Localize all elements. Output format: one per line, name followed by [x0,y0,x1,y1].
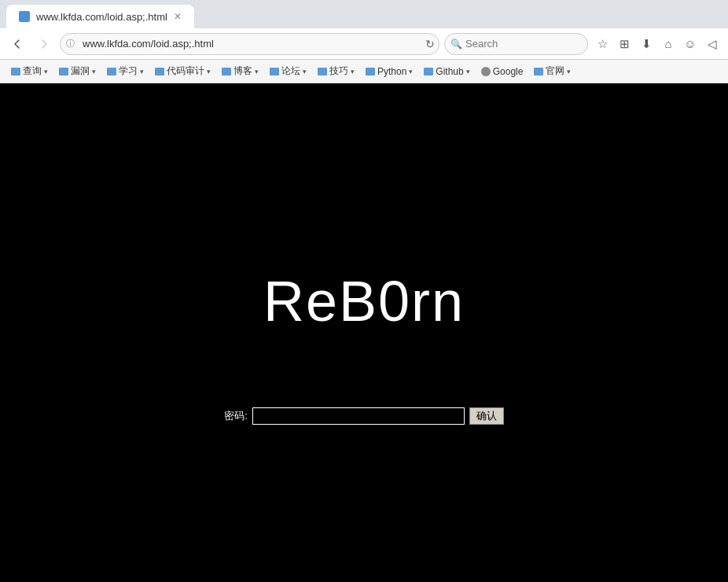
chevron-down-icon: ▾ [351,68,355,76]
browser-chrome: www.lkfda.com/loid.asp;.html ✕ ⓘ ↻ 🔍 [0,0,728,83]
bookmark-item-daimashenshen[interactable]: 代码审计 ▾ [150,62,215,80]
pocket-button[interactable]: ◁ [703,35,722,53]
bookmark-label: 漏洞 [71,64,90,78]
folder-icon [222,68,231,76]
bookmark-label: 论坛 [281,64,300,78]
bookmark-label: Github [436,66,463,77]
forward-button[interactable] [33,33,55,55]
bookmark-item-guanwang[interactable]: 官网 ▾ [529,62,575,80]
chevron-down-icon: ▾ [92,68,96,76]
page-title: ReB0rn [263,269,465,333]
confirm-button[interactable]: 确认 [469,407,504,425]
folder-icon [318,68,327,76]
chevron-down-icon: ▾ [567,68,571,76]
folder-icon [59,68,68,76]
chevron-down-icon: ▾ [140,68,144,76]
chevron-down-icon: ▾ [44,68,48,76]
password-label: 密码: [224,409,248,423]
chevron-down-icon: ▾ [466,68,470,76]
bookmark-item-loudong[interactable]: 漏洞 ▾ [54,62,101,80]
download-button[interactable]: ⬇ [637,35,656,53]
url-input[interactable] [60,33,439,55]
search-wrapper: 🔍 [444,33,588,55]
bookmark-item-jiqiao[interactable]: 技巧 ▾ [313,62,359,80]
back-button[interactable] [6,33,28,55]
globe-icon [481,67,491,76]
bookmark-item-xuexi[interactable]: 学习 ▾ [102,62,149,80]
bookmark-label: Google [493,66,524,77]
password-input[interactable] [252,407,465,425]
tab-bar: www.lkfda.com/loid.asp;.html ✕ [0,0,728,28]
chevron-down-icon: ▾ [409,68,413,76]
url-bar-wrapper: ⓘ ↻ [60,33,439,55]
chevron-down-icon: ▾ [255,68,259,76]
folder-icon [155,68,164,76]
folder-icon [270,68,279,76]
bookmark-item-boke[interactable]: 博客 ▾ [217,62,263,80]
chevron-down-icon: ▾ [207,68,211,76]
page-content: ReB0rn 密码: 确认 [0,83,728,582]
folder-icon [534,68,543,76]
address-bar: ⓘ ↻ 🔍 ☆ ⊞ ⬇ ⌂ ☺ ◁ [0,28,728,60]
bookmark-item-chaxun[interactable]: 查询 ▾ [6,62,53,80]
bookmark-item-python[interactable]: Python ▾ [361,64,417,79]
bookmark-item-github[interactable]: Github ▾ [419,64,474,79]
tab-close-button[interactable]: ✕ [174,11,182,22]
folder-icon [107,68,116,76]
bookmark-item-google[interactable]: Google [476,64,528,79]
password-form: 密码: 确认 [224,407,504,425]
home-button[interactable]: ⌂ [659,35,678,53]
reader-view-button[interactable]: ⊞ [615,35,634,53]
bookmark-label: 学习 [119,64,138,78]
bookmark-label: 代码审计 [167,64,204,78]
reload-button[interactable]: ↻ [425,38,435,50]
folder-icon [11,68,20,76]
chevron-down-icon: ▾ [303,68,307,76]
search-input[interactable] [444,33,588,55]
bookmark-label: 官网 [546,64,564,78]
toolbar-icons: ☆ ⊞ ⬇ ⌂ ☺ ◁ [593,35,722,53]
tab-favicon [19,11,30,22]
bookmark-star-button[interactable]: ☆ [593,35,612,53]
account-button[interactable]: ☺ [681,35,700,53]
tab-title: www.lkfda.com/loid.asp;.html [36,11,167,23]
bookmark-label: 技巧 [329,64,348,78]
active-tab[interactable]: www.lkfda.com/loid.asp;.html ✕ [6,5,194,28]
bookmarks-bar: 查询 ▾ 漏洞 ▾ 学习 ▾ 代码审计 ▾ 博客 ▾ 论坛 ▾ [0,60,728,83]
bookmark-label: Python [377,66,406,77]
folder-icon [424,68,433,76]
bookmark-item-luntan[interactable]: 论坛 ▾ [265,62,311,80]
bookmark-label: 博客 [233,64,252,78]
security-icon: ⓘ [66,38,75,50]
bookmark-label: 查询 [23,64,42,78]
folder-icon [366,68,375,76]
